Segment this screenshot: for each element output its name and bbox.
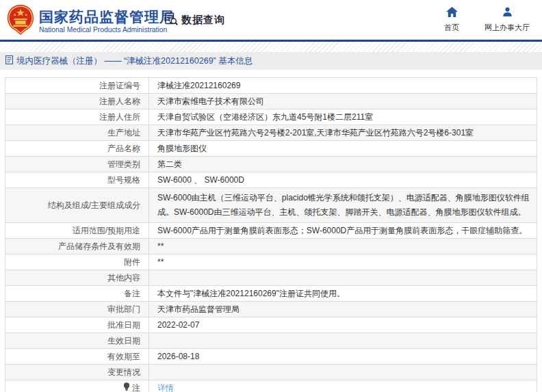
document-icon — [5, 55, 13, 67]
nav-online-hall-label: 网上办事大厅 — [485, 23, 530, 33]
table-row: 变更情况 — [5, 365, 537, 380]
person-icon — [502, 7, 513, 20]
nav-online-hall[interactable]: 网上办事大厅 — [485, 7, 530, 33]
nav-home-label: 首页 — [444, 23, 459, 33]
row-value: 第二类 — [149, 157, 537, 172]
table-row: 注册人住所 天津自贸试验区（空港经济区）东九道45号附1楼二层211室 — [5, 109, 537, 125]
row-label: 注册人住所 — [5, 109, 149, 125]
table-row: 生效日期 — [5, 333, 537, 349]
row-label: 生效日期 — [5, 333, 149, 349]
detail-link[interactable]: 详情 — [157, 383, 174, 392]
row-value: 天津自贸试验区（空港经济区）东九道45号附1楼二层211室 — [149, 109, 537, 125]
nmpa-logo: 国家药品监督管理局 National Medical Products Admi… — [6, 4, 175, 38]
row-value: 津械注准20212160269 — [149, 78, 537, 94]
row-label: 生产地址 — [5, 125, 149, 141]
org-name-english: National Medical Products Administration — [39, 26, 175, 34]
table-row: 产品名称 角膜地形图仪 — [5, 141, 537, 157]
row-value: 角膜地形图仪 — [149, 141, 537, 157]
row-label: 有效期至 — [5, 349, 149, 365]
table-row: 适用范围/预期用途 SW-6000产品用于测量角膜前表面形态；SW-6000D产… — [5, 223, 537, 239]
row-value: SW-6000产品用于测量角膜前表面形态；SW-6000D产品用于测量角膜前表面… — [149, 223, 537, 239]
row-label: 管理类别 — [5, 157, 149, 172]
table-row: 注册证编号 津械注准20212160269 — [5, 78, 537, 94]
hatched-strip — [0, 42, 542, 52]
table-row: 管理类别 第二类 — [5, 157, 537, 172]
row-value: 天津市华苑产业区竹苑路六号2号楼2-201室,天津市华苑产业区竹苑路六号2号楼6… — [149, 125, 537, 141]
row-label: 结构及组成/主要组成成分 — [5, 188, 149, 223]
document-search-icon — [164, 12, 179, 29]
row-label: 适用范围/预期用途 — [5, 223, 149, 239]
row-value: 2026-08-18 — [149, 349, 537, 365]
table-row: 批准日期 2022-02-07 — [5, 317, 537, 333]
table-row: 其他内容 — [5, 270, 537, 286]
table-row: 审批部门 天津市药品监督管理局 — [5, 302, 537, 317]
row-label: 变更情况 — [5, 365, 149, 380]
table-row: 结构及组成/主要组成成分 SW-6000由主机（三维运动平台、placido锥光… — [5, 188, 537, 223]
row-value: SW-6000由主机（三维运动平台、placido锥光学系统和颌托支架）、电源适… — [149, 188, 537, 223]
row-label: 注 — [5, 380, 149, 392]
table-row: 生产地址 天津市华苑产业区竹苑路六号2号楼2-201室,天津市华苑产业区竹苑路六… — [5, 125, 537, 141]
row-label: 审批部门 — [5, 302, 149, 317]
table-row: 注册人名称 天津市索维电子技术有限公司 — [5, 94, 537, 109]
table-row: 产品储存条件及有效期 ** — [5, 239, 537, 254]
row-label: 备注 — [5, 286, 149, 302]
row-label: 注册人名称 — [5, 94, 149, 109]
data-query-section[interactable]: 数据查询 — [164, 12, 225, 29]
row-value: 2022-02-07 — [149, 317, 537, 333]
bulb-icon — [123, 382, 130, 392]
home-icon — [446, 7, 458, 20]
row-value: 天津市索维电子技术有限公司 — [149, 94, 537, 109]
row-value: ** — [149, 254, 537, 270]
row-value: 天津市药品监督管理局 — [149, 302, 537, 317]
row-value: SW-6000 、 SW-6000D — [149, 172, 537, 188]
row-label: 附件 — [5, 254, 149, 270]
row-label: 其他内容 — [5, 270, 149, 286]
row-value — [149, 270, 537, 286]
row-label: 批准日期 — [5, 317, 149, 333]
row-label: 产品名称 — [5, 141, 149, 157]
national-emblem-icon — [6, 4, 35, 38]
row-label: 型号规格 — [5, 172, 149, 188]
row-value: 详情 — [149, 380, 537, 392]
row-label: 注册证编号 — [5, 78, 149, 94]
table-row: 型号规格 SW-6000 、 SW-6000D — [5, 172, 537, 188]
org-name: 国家药品监督管理局 — [39, 9, 175, 25]
table-row: 有效期至 2026-08-18 — [5, 349, 537, 365]
table-row: 附件 ** — [5, 254, 537, 270]
top-nav: 首页 网上办事大厅 — [438, 7, 530, 33]
breadcrumb: 境内医疗器械（注册） —— “津械注准20212160269” 基本信息 — [0, 52, 542, 70]
row-value: ** — [149, 239, 537, 254]
note-label: 注 — [132, 382, 140, 392]
nav-home[interactable]: 首页 — [438, 7, 465, 33]
data-query-label: 数据查询 — [181, 14, 225, 27]
breadcrumb-text: 境内医疗器械（注册） —— “津械注准20212160269” 基本信息 — [16, 55, 253, 67]
row-value: 本文件与"津械注准20212160269"注册证共同使用。 — [149, 286, 537, 302]
row-value — [149, 365, 537, 380]
row-label: 产品储存条件及有效期 — [5, 239, 149, 254]
row-value — [149, 333, 537, 349]
page-header: 国家药品监督管理局 National Medical Products Admi… — [0, 0, 542, 40]
table-row: 备注 本文件与"津械注准20212160269"注册证共同使用。 — [5, 286, 537, 302]
table-row: 注 详情 — [5, 380, 537, 392]
registration-info-table: 注册证编号 津械注准20212160269 注册人名称 天津市索维电子技术有限公… — [5, 77, 537, 392]
